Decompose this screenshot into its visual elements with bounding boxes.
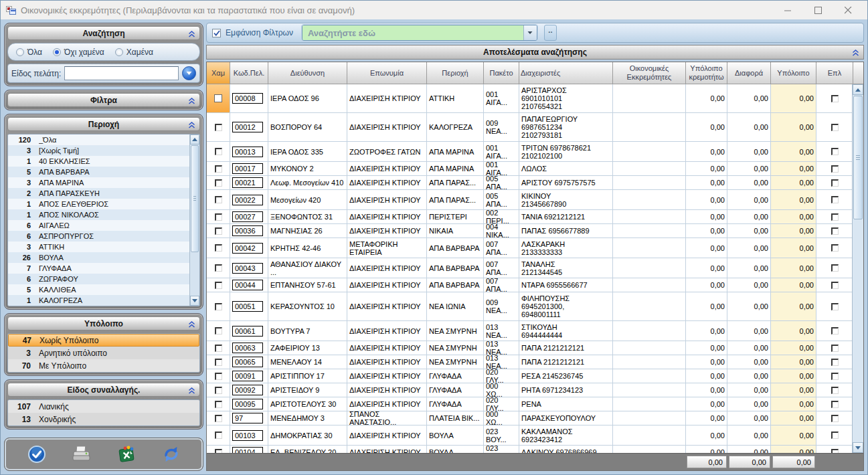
row-select-cell[interactable] xyxy=(207,446,230,453)
row-checkbox[interactable] xyxy=(215,303,222,310)
row-checkbox[interactable] xyxy=(215,196,222,203)
column-header-pending-balance[interactable]: Υπόλοιπο κρεμοτήτω xyxy=(686,62,727,84)
row-select-cell[interactable] xyxy=(207,369,230,383)
region-list-item[interactable]: 3[Χωρίς Τιμή] xyxy=(8,145,189,156)
filters-panel-header[interactable]: Φίλτρα xyxy=(7,93,200,107)
row-select-cell[interactable] xyxy=(207,162,230,175)
row-select-cell[interactable] xyxy=(207,176,230,189)
epl-checkbox[interactable] xyxy=(831,165,839,173)
radio-icon[interactable] xyxy=(16,48,24,56)
search-dropdown-button[interactable] xyxy=(523,25,537,40)
region-list-item[interactable]: 5ΑΠΑ ΒΑΡΒΑΡΑ xyxy=(8,167,189,177)
row-checkbox[interactable] xyxy=(215,282,222,289)
row-checkbox[interactable] xyxy=(215,359,222,366)
scroll-thumb[interactable] xyxy=(853,96,863,219)
epl-cell[interactable] xyxy=(816,258,853,278)
row-checkbox[interactable] xyxy=(214,94,222,102)
table-row[interactable]: 00042ΚΡΗΤΗΣ 42-46ΜΕΤΑΦΟΡΙΚΗ ΕΤΑΙΡΕΙΑΑΠΑ … xyxy=(207,238,863,258)
region-list-item[interactable]: 3ΑΤΤΙΚΗ xyxy=(8,242,189,252)
epl-checkbox[interactable] xyxy=(831,282,839,289)
row-checkbox[interactable] xyxy=(215,124,222,131)
column-header-cham[interactable]: Χαμ xyxy=(207,62,230,84)
region-list-item[interactable]: 26ΒΟΥΛΑ xyxy=(8,252,189,263)
show-filters-checkbox[interactable] xyxy=(212,29,221,37)
table-row[interactable]: 00013ΙΕΡΑ ΟΔΟΣ 335ΖΩΟΤΡΟΦΕΣ ΓΑΤΩΝΑΠΑ ΜΑΡ… xyxy=(207,142,863,162)
scroll-thumb[interactable] xyxy=(191,145,199,252)
row-checkbox[interactable] xyxy=(215,165,222,173)
epl-checkbox[interactable] xyxy=(831,213,839,221)
epl-cell[interactable] xyxy=(816,425,853,445)
column-header-company[interactable]: Επωνυμία xyxy=(347,62,427,84)
region-list-item[interactable]: 3ΑΠΑ ΜΑΡΙΝΑ xyxy=(8,177,189,188)
print-button[interactable] xyxy=(70,443,93,466)
row-select-cell[interactable] xyxy=(207,292,230,320)
balance-panel-header[interactable]: Υπόλοιπο xyxy=(7,316,200,330)
epl-cell[interactable] xyxy=(816,142,853,161)
search-input[interactable]: Αναζητήστε εδώ xyxy=(302,25,523,40)
epl-checkbox[interactable] xyxy=(831,387,839,394)
region-list-item[interactable]: 2ΑΠΑ ΠΑΡΑΣΚΕΥΗ xyxy=(8,188,189,199)
region-list-item[interactable]: 7ΓΛΥΦΑΔΑ xyxy=(8,263,189,274)
row-checkbox[interactable] xyxy=(215,345,222,352)
epl-checkbox[interactable] xyxy=(831,244,839,252)
epl-cell[interactable] xyxy=(816,369,853,383)
table-row[interactable]: 00091ΑΡΙΣΤΙΠΠΟΥ 17ΔΙΑΧΕΙΡΙΣΗ ΚΤΙΡΙΟΥΓΛΥΦ… xyxy=(207,369,863,383)
region-list-item[interactable]: 140 ΕΚΚΛΗΣΙΕΣ xyxy=(8,156,189,167)
radio-lost[interactable]: Χαμένα xyxy=(115,48,153,57)
results-header[interactable]: Αποτελέσματα αναζήτησης xyxy=(206,45,864,60)
row-checkbox[interactable] xyxy=(215,373,222,380)
column-header-code[interactable]: Κωδ.Πελ. xyxy=(230,62,268,84)
table-row[interactable]: 00061ΒΟΥΤΥΡΑ 7ΔΙΑΧΕΙΡΙΣΗ ΚΤΙΡΙΟΥΝΕΑ ΣΜΥΡ… xyxy=(207,321,863,341)
table-row[interactable]: 00021Λεωφ. Μεσογείων 410ΔΙΑΧΕΙΡΙΣΗ ΚΤΙΡΙ… xyxy=(207,176,863,190)
epl-cell[interactable] xyxy=(816,224,853,238)
epl-checkbox[interactable] xyxy=(831,95,839,102)
table-row[interactable]: 00044ΕΠΤΑΝΗΣΟΥ 57-61ΔΙΑΧΕΙΡΙΣΗ ΚΤΙΡΙΟΥΑΠ… xyxy=(207,278,863,292)
search-panel-header[interactable]: Αναζήτηση xyxy=(7,26,200,40)
row-checkbox[interactable] xyxy=(215,227,222,235)
region-list-item[interactable]: 1ΑΠΟΣ ΝΙΚΟΛΑΟΣ xyxy=(8,209,189,220)
collapse-chevron-icon[interactable] xyxy=(188,97,195,106)
row-select-cell[interactable] xyxy=(207,142,230,161)
customer-type-dropdown-button[interactable] xyxy=(182,66,196,80)
show-filters-label[interactable]: Εμφάνιση Φίλτρων xyxy=(226,28,293,37)
epl-cell[interactable] xyxy=(816,278,853,292)
epl-checkbox[interactable] xyxy=(831,415,839,422)
radio-selected-icon[interactable] xyxy=(53,48,61,56)
row-checkbox[interactable] xyxy=(215,179,222,187)
balance-list-item[interactable]: 47Χωρίς Υπόλοιπο xyxy=(8,334,199,347)
epl-cell[interactable] xyxy=(816,292,853,320)
table-row[interactable]: 00103ΔΗΜΟΚΡΑΤΙΑΣ 30ΔΙΑΧΕΙΡΙΣΗ ΚΤΙΡΙΟΥΒΟΥ… xyxy=(207,425,863,446)
column-header-balance[interactable]: Υπόλοιπο xyxy=(771,62,816,84)
epl-cell[interactable] xyxy=(816,210,853,223)
epl-cell[interactable] xyxy=(816,162,853,175)
epl-checkbox[interactable] xyxy=(831,449,839,454)
epl-checkbox[interactable] xyxy=(831,359,839,366)
table-row[interactable]: 00065ΜΕΝΕΛΑΟΥ 14ΔΙΑΧΕΙΡΙΣΗ ΚΤΙΡΙΟΥΝΕΑ ΣΜ… xyxy=(207,355,863,369)
table-row[interactable]: 97ΜΕΝΕΔΗΜΟΥ 3ΣΠΑΝΟΣ ΑΝΑΣΤΑΣΙΟ...ΠΛΑΤΕΙΑ … xyxy=(207,411,863,425)
transaction-list-item[interactable]: 13Χονδρικής xyxy=(8,413,199,425)
epl-checkbox[interactable] xyxy=(831,345,839,352)
epl-checkbox[interactable] xyxy=(831,196,839,203)
epl-cell[interactable] xyxy=(816,238,853,258)
epl-cell[interactable] xyxy=(816,321,853,341)
row-select-cell[interactable] xyxy=(207,341,230,355)
epl-cell[interactable] xyxy=(816,446,853,453)
table-row[interactable]: 00027ΞΕΝΟΦΩΝΤΟΣ 31ΔΙΑΧΕΙΡΙΣΗ ΚΤΙΡΙΟΥΠΕΡΙ… xyxy=(207,210,863,224)
epl-cell[interactable] xyxy=(816,355,853,369)
table-row[interactable]: 00051ΚΕΡΑΣΟΥΝΤΟΣ 10ΔΙΑΧΕΙΡΙΣΗ ΚΤΙΡΙΟΥΝΕΑ… xyxy=(207,292,863,321)
epl-cell[interactable] xyxy=(816,341,853,355)
column-header-package[interactable]: Πακέτο xyxy=(484,62,519,84)
table-row[interactable]: 00063ΖΑΦΕΙΡΙΟΥ 13ΔΙΑΧΕΙΡΙΣΗ ΚΤΙΡΙΟΥΝΕΑ Σ… xyxy=(207,341,863,355)
region-list-item[interactable]: 1ΑΠΟΣ ΕΛΕΥΘΕΡΙΟΣ xyxy=(8,199,189,209)
row-select-cell[interactable] xyxy=(207,224,230,238)
row-checkbox[interactable] xyxy=(215,449,222,454)
epl-checkbox[interactable] xyxy=(831,432,839,439)
row-select-cell[interactable] xyxy=(207,383,230,397)
collapse-chevron-icon[interactable] xyxy=(188,121,195,130)
balance-list-item[interactable]: 3Αρνητικό υπόλοιπο xyxy=(8,347,199,359)
region-list-item[interactable]: 6ΑΣΠΡΟΠΥΡΓΟΣ xyxy=(8,231,189,242)
row-checkbox[interactable] xyxy=(215,148,222,155)
region-panel-header[interactable]: Περιοχή xyxy=(7,117,200,131)
row-checkbox[interactable] xyxy=(215,244,222,252)
epl-checkbox[interactable] xyxy=(831,264,839,272)
